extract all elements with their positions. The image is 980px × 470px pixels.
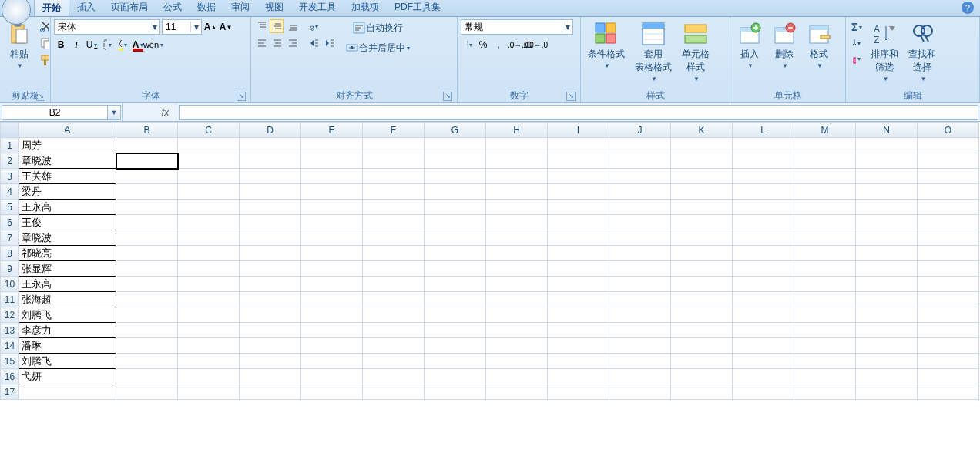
- row-header-12[interactable]: 12: [1, 307, 19, 323]
- cell-B11[interactable]: [116, 292, 178, 307]
- cell-C15[interactable]: [178, 354, 240, 369]
- cell-I7[interactable]: [548, 230, 609, 246]
- cell-K1[interactable]: [671, 138, 733, 153]
- cell-K3[interactable]: [671, 169, 733, 184]
- cell-M16[interactable]: [794, 369, 856, 384]
- format-painter-button[interactable]: [38, 53, 52, 67]
- cell-N17[interactable]: [856, 384, 918, 400]
- cell-O2[interactable]: [918, 153, 979, 169]
- cell-B9[interactable]: [116, 261, 178, 277]
- cell-D7[interactable]: [240, 230, 301, 246]
- cell-L14[interactable]: [733, 338, 794, 354]
- cell-O6[interactable]: [918, 215, 979, 230]
- cell-N7[interactable]: [856, 230, 918, 246]
- cell-D3[interactable]: [240, 169, 301, 184]
- cell-G4[interactable]: [425, 184, 486, 200]
- cell-M11[interactable]: [794, 292, 856, 307]
- cell-K15[interactable]: [671, 354, 733, 369]
- cell-H13[interactable]: [486, 323, 548, 338]
- clear-button[interactable]: ▾: [849, 52, 863, 65]
- cell-C1[interactable]: [178, 138, 240, 153]
- cell-I6[interactable]: [548, 215, 609, 230]
- cell-N6[interactable]: [856, 215, 918, 230]
- col-header-B[interactable]: B: [116, 123, 178, 138]
- col-header-D[interactable]: D: [240, 123, 301, 138]
- cell-A1[interactable]: 周芳: [19, 138, 116, 153]
- underline-button[interactable]: U▾: [85, 38, 99, 52]
- cell-N1[interactable]: [856, 138, 918, 153]
- number-launcher[interactable]: ↘: [566, 92, 576, 101]
- cell-O13[interactable]: [918, 323, 979, 338]
- row-header-1[interactable]: 1: [1, 138, 19, 153]
- col-header-M[interactable]: M: [794, 123, 856, 138]
- cell-E7[interactable]: [301, 230, 363, 246]
- cell-I12[interactable]: [548, 307, 609, 323]
- autosum-button[interactable]: Σ▾: [849, 19, 864, 35]
- align-bottom-button[interactable]: [285, 19, 299, 33]
- cell-D2[interactable]: [240, 153, 301, 169]
- cell-N8[interactable]: [856, 246, 918, 261]
- cell-L8[interactable]: [733, 246, 794, 261]
- cell-B13[interactable]: [116, 323, 178, 338]
- cell-K2[interactable]: [671, 153, 733, 169]
- cell-E8[interactable]: [301, 246, 363, 261]
- cell-D4[interactable]: [240, 184, 301, 200]
- cell-B15[interactable]: [116, 354, 178, 369]
- cell-J1[interactable]: [609, 138, 671, 153]
- cell-H1[interactable]: [486, 138, 548, 153]
- row-header-5[interactable]: 5: [1, 200, 19, 215]
- cell-L17[interactable]: [733, 384, 794, 400]
- cell-O12[interactable]: [918, 307, 979, 323]
- cell-B5[interactable]: [116, 200, 178, 215]
- cell-B3[interactable]: [116, 169, 178, 184]
- cell-F7[interactable]: [363, 230, 425, 246]
- cell-C17[interactable]: [178, 384, 240, 400]
- cell-D15[interactable]: [240, 354, 301, 369]
- cell-B8[interactable]: [116, 246, 178, 261]
- col-header-K[interactable]: K: [671, 123, 733, 138]
- row-header-3[interactable]: 3: [1, 169, 19, 184]
- number-format-combo[interactable]: 常规▾: [461, 19, 573, 35]
- cell-I16[interactable]: [548, 369, 609, 384]
- cell-J3[interactable]: [609, 169, 671, 184]
- cell-J14[interactable]: [609, 338, 671, 354]
- cell-O17[interactable]: [918, 384, 979, 400]
- align-top-button[interactable]: [254, 19, 268, 33]
- col-header-F[interactable]: F: [363, 123, 425, 138]
- cell-I9[interactable]: [548, 261, 609, 277]
- cell-D9[interactable]: [240, 261, 301, 277]
- decrease-indent-button[interactable]: [307, 36, 321, 50]
- row-header-6[interactable]: 6: [1, 215, 19, 230]
- cell-I5[interactable]: [548, 200, 609, 215]
- align-center-button[interactable]: [270, 36, 284, 50]
- cell-J7[interactable]: [609, 230, 671, 246]
- cell-A13[interactable]: 李彦力: [19, 323, 116, 338]
- cell-H5[interactable]: [486, 200, 548, 215]
- italic-button[interactable]: I: [69, 38, 83, 52]
- cell-D17[interactable]: [240, 384, 301, 400]
- col-header-G[interactable]: G: [425, 123, 486, 138]
- paste-button[interactable]: 粘贴 ▼: [3, 19, 35, 72]
- cell-N4[interactable]: [856, 184, 918, 200]
- cell-O7[interactable]: [918, 230, 979, 246]
- cell-G12[interactable]: [425, 307, 486, 323]
- cell-L5[interactable]: [733, 200, 794, 215]
- cell-C8[interactable]: [178, 246, 240, 261]
- comma-button[interactable]: ,: [492, 38, 505, 52]
- cell-I2[interactable]: [548, 153, 609, 169]
- cell-H17[interactable]: [486, 384, 548, 400]
- phonetic-button[interactable]: wén▾: [146, 38, 160, 52]
- cell-L12[interactable]: [733, 307, 794, 323]
- cell-J10[interactable]: [609, 277, 671, 292]
- cell-H2[interactable]: [486, 153, 548, 169]
- cell-G9[interactable]: [425, 261, 486, 277]
- tab-页面布局[interactable]: 页面布局: [103, 0, 156, 16]
- increase-font-button[interactable]: A▲: [203, 20, 217, 34]
- cell-J11[interactable]: [609, 292, 671, 307]
- font-name-combo[interactable]: 宋体▾: [54, 19, 160, 35]
- cell-G10[interactable]: [425, 277, 486, 292]
- cell-M2[interactable]: [794, 153, 856, 169]
- row-header-17[interactable]: 17: [1, 384, 19, 400]
- cell-D14[interactable]: [240, 338, 301, 354]
- cell-H16[interactable]: [486, 369, 548, 384]
